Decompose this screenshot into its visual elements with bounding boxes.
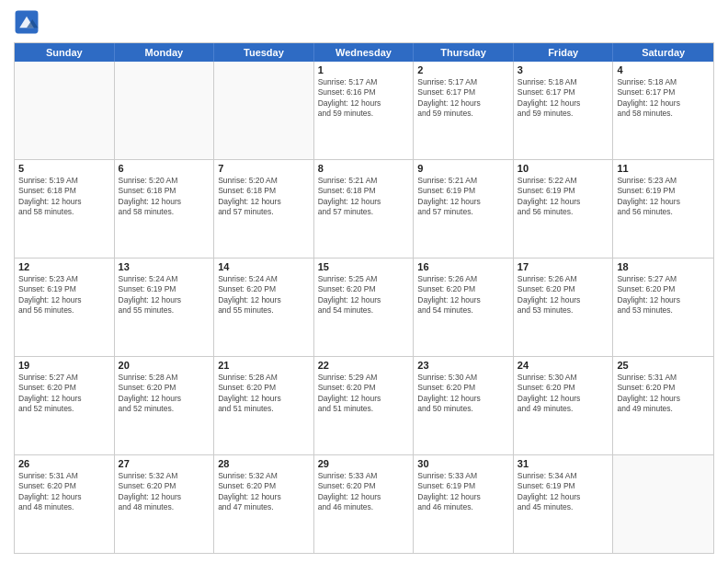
day-info: Sunrise: 5:24 AM Sunset: 6:19 PM Dayligh… — [119, 274, 210, 316]
day-info: Sunrise: 5:27 AM Sunset: 6:20 PM Dayligh… — [617, 274, 710, 316]
day-number: 21 — [218, 360, 310, 371]
calendar-header-row: SundayMondayTuesdayWednesdayThursdayFrid… — [15, 43, 713, 62]
day-number: 4 — [617, 64, 710, 75]
day-number: 29 — [318, 458, 410, 469]
day-number: 31 — [518, 458, 609, 469]
calendar-day-27: 27Sunrise: 5:32 AM Sunset: 6:20 PM Dayli… — [115, 455, 215, 553]
day-number: 8 — [318, 163, 410, 174]
calendar-day-9: 9Sunrise: 5:21 AM Sunset: 6:19 PM Daylig… — [414, 160, 514, 258]
calendar-day-5: 5Sunrise: 5:19 AM Sunset: 6:18 PM Daylig… — [15, 160, 115, 258]
weekday-header-monday: Monday — [115, 43, 215, 62]
day-info: Sunrise: 5:22 AM Sunset: 6:19 PM Dayligh… — [518, 176, 609, 218]
calendar-day-24: 24Sunrise: 5:30 AM Sunset: 6:20 PM Dayli… — [514, 357, 614, 454]
weekday-header-tuesday: Tuesday — [214, 43, 314, 62]
calendar-day-17: 17Sunrise: 5:26 AM Sunset: 6:20 PM Dayli… — [514, 259, 614, 356]
header — [14, 9, 714, 35]
calendar-day-11: 11Sunrise: 5:23 AM Sunset: 6:19 PM Dayli… — [613, 160, 713, 258]
day-info: Sunrise: 5:20 AM Sunset: 6:18 PM Dayligh… — [218, 176, 310, 218]
day-number: 22 — [318, 360, 410, 371]
day-info: Sunrise: 5:19 AM Sunset: 6:18 PM Dayligh… — [18, 176, 110, 218]
day-info: Sunrise: 5:28 AM Sunset: 6:20 PM Dayligh… — [218, 373, 310, 415]
calendar-day-19: 19Sunrise: 5:27 AM Sunset: 6:20 PM Dayli… — [15, 357, 115, 454]
day-number: 3 — [518, 64, 609, 75]
calendar-day-28: 28Sunrise: 5:32 AM Sunset: 6:20 PM Dayli… — [214, 455, 314, 553]
day-number: 2 — [417, 64, 509, 75]
day-number: 16 — [417, 261, 509, 272]
day-number: 14 — [218, 261, 310, 272]
calendar-day-8: 8Sunrise: 5:21 AM Sunset: 6:18 PM Daylig… — [314, 160, 415, 258]
calendar-day-26: 26Sunrise: 5:31 AM Sunset: 6:20 PM Dayli… — [15, 455, 115, 553]
calendar-day-4: 4Sunrise: 5:18 AM Sunset: 6:17 PM Daylig… — [613, 62, 713, 159]
calendar-day-10: 10Sunrise: 5:22 AM Sunset: 6:19 PM Dayli… — [514, 160, 614, 258]
weekday-header-saturday: Saturday — [613, 43, 713, 62]
day-info: Sunrise: 5:18 AM Sunset: 6:17 PM Dayligh… — [518, 77, 609, 120]
calendar-day-7: 7Sunrise: 5:20 AM Sunset: 6:18 PM Daylig… — [214, 160, 314, 258]
day-info: Sunrise: 5:18 AM Sunset: 6:17 PM Dayligh… — [617, 77, 710, 120]
day-number: 28 — [218, 458, 310, 469]
weekday-header-sunday: Sunday — [15, 43, 115, 62]
calendar-day-21: 21Sunrise: 5:28 AM Sunset: 6:20 PM Dayli… — [214, 357, 314, 454]
page: SundayMondayTuesdayWednesdayThursdayFrid… — [0, 0, 728, 563]
day-number: 13 — [119, 261, 210, 272]
day-number: 20 — [119, 360, 210, 371]
day-info: Sunrise: 5:29 AM Sunset: 6:20 PM Dayligh… — [318, 373, 410, 415]
calendar-day-16: 16Sunrise: 5:26 AM Sunset: 6:20 PM Dayli… — [414, 259, 514, 356]
day-number: 26 — [18, 458, 110, 469]
calendar-day-empty — [115, 62, 215, 159]
day-info: Sunrise: 5:26 AM Sunset: 6:20 PM Dayligh… — [417, 274, 509, 316]
day-info: Sunrise: 5:21 AM Sunset: 6:19 PM Dayligh… — [417, 176, 509, 218]
day-info: Sunrise: 5:32 AM Sunset: 6:20 PM Dayligh… — [119, 471, 210, 513]
calendar-day-30: 30Sunrise: 5:33 AM Sunset: 6:19 PM Dayli… — [414, 455, 514, 553]
day-info: Sunrise: 5:25 AM Sunset: 6:20 PM Dayligh… — [318, 274, 410, 316]
day-number: 6 — [119, 163, 210, 174]
calendar-day-empty — [15, 62, 115, 159]
day-info: Sunrise: 5:17 AM Sunset: 6:16 PM Dayligh… — [318, 77, 410, 120]
weekday-header-wednesday: Wednesday — [314, 43, 415, 62]
day-info: Sunrise: 5:33 AM Sunset: 6:19 PM Dayligh… — [417, 471, 509, 513]
day-number: 25 — [617, 360, 710, 371]
calendar-week-3: 12Sunrise: 5:23 AM Sunset: 6:19 PM Dayli… — [15, 258, 713, 356]
calendar-week-2: 5Sunrise: 5:19 AM Sunset: 6:18 PM Daylig… — [15, 159, 713, 258]
weekday-header-thursday: Thursday — [414, 43, 514, 62]
calendar-day-23: 23Sunrise: 5:30 AM Sunset: 6:20 PM Dayli… — [414, 357, 514, 454]
calendar-day-31: 31Sunrise: 5:34 AM Sunset: 6:19 PM Dayli… — [514, 455, 614, 553]
day-info: Sunrise: 5:34 AM Sunset: 6:19 PM Dayligh… — [518, 471, 609, 513]
day-info: Sunrise: 5:33 AM Sunset: 6:20 PM Dayligh… — [318, 471, 410, 513]
logo-icon — [14, 9, 40, 35]
calendar-day-empty — [214, 62, 314, 159]
day-number: 27 — [119, 458, 210, 469]
calendar-body: 1Sunrise: 5:17 AM Sunset: 6:16 PM Daylig… — [15, 62, 713, 553]
day-number: 23 — [417, 360, 509, 371]
day-number: 17 — [518, 261, 609, 272]
day-info: Sunrise: 5:26 AM Sunset: 6:20 PM Dayligh… — [518, 274, 609, 316]
day-info: Sunrise: 5:28 AM Sunset: 6:20 PM Dayligh… — [119, 373, 210, 415]
day-number: 5 — [18, 163, 110, 174]
calendar-week-4: 19Sunrise: 5:27 AM Sunset: 6:20 PM Dayli… — [15, 356, 713, 454]
day-number: 11 — [617, 163, 710, 174]
day-info: Sunrise: 5:23 AM Sunset: 6:19 PM Dayligh… — [617, 176, 710, 218]
day-number: 30 — [417, 458, 509, 469]
day-info: Sunrise: 5:24 AM Sunset: 6:20 PM Dayligh… — [218, 274, 310, 316]
logo — [14, 9, 43, 35]
calendar-day-3: 3Sunrise: 5:18 AM Sunset: 6:17 PM Daylig… — [514, 62, 614, 159]
day-number: 7 — [218, 163, 310, 174]
day-info: Sunrise: 5:21 AM Sunset: 6:18 PM Dayligh… — [318, 176, 410, 218]
day-info: Sunrise: 5:30 AM Sunset: 6:20 PM Dayligh… — [518, 373, 609, 415]
calendar-week-5: 26Sunrise: 5:31 AM Sunset: 6:20 PM Dayli… — [15, 454, 713, 553]
day-info: Sunrise: 5:30 AM Sunset: 6:20 PM Dayligh… — [417, 373, 509, 415]
day-number: 1 — [318, 64, 410, 75]
day-number: 9 — [417, 163, 509, 174]
calendar-day-12: 12Sunrise: 5:23 AM Sunset: 6:19 PM Dayli… — [15, 259, 115, 356]
calendar-day-15: 15Sunrise: 5:25 AM Sunset: 6:20 PM Dayli… — [314, 259, 415, 356]
calendar-day-2: 2Sunrise: 5:17 AM Sunset: 6:17 PM Daylig… — [414, 62, 514, 159]
calendar-day-6: 6Sunrise: 5:20 AM Sunset: 6:18 PM Daylig… — [115, 160, 215, 258]
calendar: SundayMondayTuesdayWednesdayThursdayFrid… — [14, 42, 714, 554]
day-number: 12 — [18, 261, 110, 272]
calendar-day-22: 22Sunrise: 5:29 AM Sunset: 6:20 PM Dayli… — [314, 357, 415, 454]
calendar-day-25: 25Sunrise: 5:31 AM Sunset: 6:20 PM Dayli… — [613, 357, 713, 454]
day-info: Sunrise: 5:20 AM Sunset: 6:18 PM Dayligh… — [119, 176, 210, 218]
day-info: Sunrise: 5:27 AM Sunset: 6:20 PM Dayligh… — [18, 373, 110, 415]
calendar-day-13: 13Sunrise: 5:24 AM Sunset: 6:19 PM Dayli… — [115, 259, 215, 356]
calendar-day-1: 1Sunrise: 5:17 AM Sunset: 6:16 PM Daylig… — [314, 62, 415, 159]
calendar-day-14: 14Sunrise: 5:24 AM Sunset: 6:20 PM Dayli… — [214, 259, 314, 356]
